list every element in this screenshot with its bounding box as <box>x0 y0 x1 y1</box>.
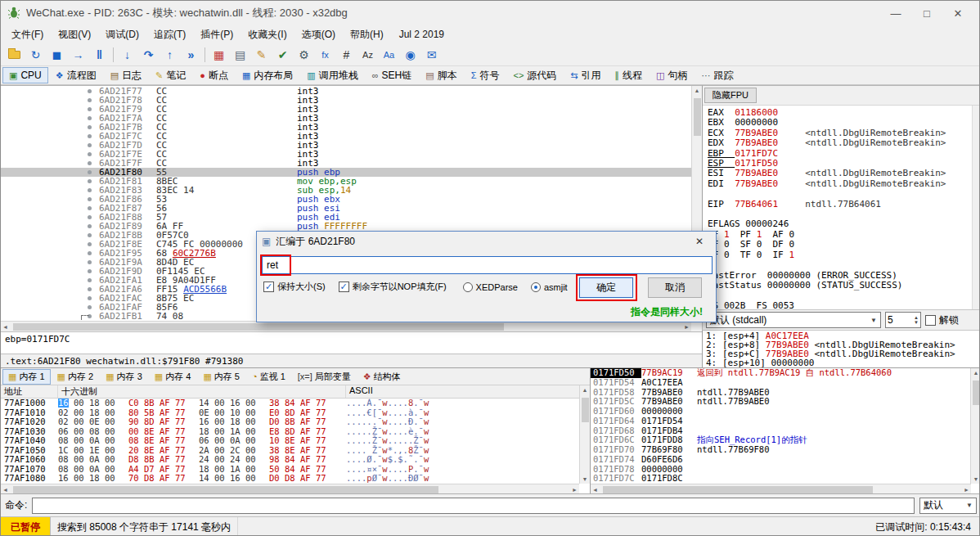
argument-row[interactable]: 4: [esp+10] 00000000 <box>706 358 980 367</box>
fill-nop-checkbox[interactable]: ✓ <box>339 282 349 292</box>
spin-down-icon[interactable]: ▼ <box>914 320 919 325</box>
tab-watch-1[interactable]: ◔监视 1 <box>246 369 291 385</box>
scroll-left-icon[interactable]: ◄ <box>1 485 10 494</box>
registers-vertical-scrollbar[interactable] <box>972 106 980 309</box>
close-button[interactable]: ✕ <box>943 2 973 24</box>
tab-struct[interactable]: ❖结构体 <box>357 369 407 385</box>
tab-script[interactable]: ▤脚本 <box>419 66 463 85</box>
tab-references[interactable]: ⇆引用 <box>564 66 607 85</box>
dump-row[interactable]: 77AF108016 00 18 0070 D8 AF 7714 00 16 0… <box>1 474 578 484</box>
step-over-icon[interactable]: ↷ <box>138 45 159 65</box>
log-icon[interactable]: ▤ <box>230 45 250 65</box>
dump-row[interactable]: 77AF106008 00 0A 00D8 8B AF 7724 00 24 0… <box>1 455 578 465</box>
scroll-left-icon[interactable]: ◄ <box>591 485 600 494</box>
menu-item[interactable]: 追踪(T) <box>146 26 193 43</box>
scroll-up-icon[interactable]: ▲ <box>581 385 590 394</box>
stack-vertical-scrollbar[interactable]: ▲ ▼ <box>970 368 980 484</box>
stop-icon[interactable]: ◼ <box>47 45 67 65</box>
execute-till-return-icon[interactable]: ↑ <box>160 45 180 65</box>
register-line[interactable]: EIP 77B64061 ntdll.77B64061 <box>708 200 980 209</box>
tab-graph[interactable]: ❖流程图 <box>49 66 103 85</box>
tab-locals[interactable]: [x=]局部变量 <box>292 369 357 385</box>
tab-threads[interactable]: ∥线程 <box>609 66 650 85</box>
command-script-combo[interactable]: 默认 ▼ <box>919 498 977 514</box>
scrollbar-thumb[interactable] <box>603 486 873 493</box>
tab-call-stack[interactable]: ▥调用堆栈 <box>300 66 364 85</box>
menu-item[interactable]: 文件(F) <box>4 26 51 43</box>
command-input[interactable] <box>32 498 915 514</box>
functions-icon[interactable]: fx <box>315 45 335 65</box>
tab-trace[interactable]: ⋯跟踪 <box>695 66 739 85</box>
scroll-left-icon[interactable]: ◄ <box>1 322 10 331</box>
unlock-checkbox[interactable]: 解锁 <box>925 313 959 327</box>
stack-row[interactable]: 0171FD5077B9AC19返回到 ntdll.77B9AC19 自 ntd… <box>591 368 970 378</box>
stack-row[interactable]: 0171FD7C0171FD8C <box>591 474 970 484</box>
tab-memory-1[interactable]: ▦内存 1 <box>2 369 51 385</box>
tab-notes[interactable]: ✎笔记 <box>149 66 192 85</box>
dump-row[interactable]: 77AF102002 00 0E 0090 8D AF 7716 00 18 0… <box>1 417 578 427</box>
tab-seh[interactable]: ∞SEH链 <box>366 66 419 85</box>
settings-gear-icon[interactable]: ⚙ <box>294 45 314 65</box>
xedparse-radio[interactable] <box>463 282 473 292</box>
tab-symbols[interactable]: Σ符号 <box>465 66 506 85</box>
argument-count-stepper[interactable]: 5 ▲ ▼ <box>885 312 921 328</box>
ok-button[interactable]: 确定 <box>579 277 633 298</box>
mail-icon[interactable]: ✉ <box>421 45 442 65</box>
maximize-button[interactable]: □ <box>912 2 942 24</box>
dump-vertical-scrollbar[interactable]: ▲ ▼ <box>579 385 590 484</box>
menu-item[interactable]: 帮助(H) <box>343 26 391 43</box>
keep-size-checkbox[interactable]: ✓ <box>263 282 274 292</box>
scroll-right-icon[interactable]: ► <box>962 485 971 494</box>
open-file-icon[interactable] <box>4 45 25 65</box>
pause-icon[interactable]: ‖ <box>89 45 110 65</box>
hash-icon[interactable]: # <box>336 45 357 65</box>
tab-cpu[interactable]: ▣CPU <box>2 67 48 83</box>
tab-source[interactable]: <>源代码 <box>506 66 563 85</box>
asmjit-radio[interactable] <box>531 282 541 292</box>
scrollbar-thumb[interactable] <box>694 98 701 136</box>
run-to-user-code-icon[interactable]: » <box>181 45 201 65</box>
calling-convention-combo[interactable]: 默认 (stdcall) ▼ <box>706 312 881 328</box>
title-bar[interactable]: WeChat.exe - PID: 263C - 模块: wechatwin.d… <box>1 1 979 25</box>
stack-row[interactable]: 0171FD74D60FE6D6 <box>591 455 970 465</box>
menu-item[interactable]: 收藏夹(I) <box>241 26 294 43</box>
stack-row[interactable]: 0171FD54A0C17EEA <box>591 378 970 388</box>
restart-icon[interactable]: ↻ <box>25 45 46 65</box>
dump-row[interactable]: 77AF100016 00 18 00C0 8B AF 7714 00 16 0… <box>1 399 578 408</box>
tab-memory-3[interactable]: ▦内存 3 <box>100 369 148 385</box>
tab-log[interactable]: ▤日志 <box>104 66 148 85</box>
dialog-close-icon[interactable]: ✕ <box>688 236 711 247</box>
register-line[interactable]: GS 002B FS 0053 <box>708 301 980 309</box>
scrollbar-thumb[interactable] <box>973 381 980 405</box>
stack-row[interactable]: 0171FD6000000000 <box>591 407 970 417</box>
menu-item[interactable]: 视图(V) <box>51 26 98 43</box>
scroll-right-icon[interactable]: ► <box>682 322 691 331</box>
tab-handles[interactable]: ◫句柄 <box>650 66 694 85</box>
tab-memory-4[interactable]: ▦内存 4 <box>149 369 197 385</box>
menu-item[interactable]: 插件(P) <box>193 26 241 43</box>
register-line[interactable]: LastStatus 00000000 (STATUS_SUCCESS) <box>708 281 980 291</box>
scrollbar-thumb[interactable] <box>13 323 504 331</box>
dialog-title-bar[interactable]: ▣ 汇编于 6AD21F80 ✕ <box>257 232 716 251</box>
tab-memory-2[interactable]: ▦内存 2 <box>52 369 100 385</box>
menu-item[interactable]: 调试(D) <box>98 26 146 43</box>
menu-item[interactable]: 选项(O) <box>294 26 343 43</box>
dump-row[interactable]: 77AF104008 00 0A 0008 8E AF 7706 00 0A 0… <box>1 436 578 446</box>
scroll-down-icon[interactable]: ▼ <box>972 475 980 484</box>
tab-memory-5[interactable]: ▦内存 5 <box>197 369 245 385</box>
patches-icon[interactable]: ▦ <box>209 45 229 65</box>
cancel-button[interactable]: 取消 <box>648 277 702 298</box>
assemble-instruction-input[interactable] <box>262 256 713 274</box>
tab-memory-map[interactable]: ▦内存布局 <box>236 66 299 85</box>
info-icon[interactable]: ◉ <box>400 45 420 65</box>
stack-row[interactable]: 0171FD640171FD54 <box>591 417 970 426</box>
case-icon[interactable]: Aa <box>379 45 399 65</box>
check-icon[interactable]: ✔ <box>272 45 293 65</box>
scrollbar-thumb[interactable] <box>13 486 438 493</box>
register-line[interactable]: CF 0 TF 0 IF 1 <box>708 250 980 260</box>
stack-horizontal-scrollbar[interactable]: ◄ ► <box>591 484 971 493</box>
scroll-down-icon[interactable]: ▼ <box>581 475 590 484</box>
labels-icon[interactable]: ✎ <box>251 45 272 65</box>
scrollbar-thumb[interactable] <box>582 398 589 422</box>
step-into-icon[interactable]: ↓ <box>117 45 137 65</box>
